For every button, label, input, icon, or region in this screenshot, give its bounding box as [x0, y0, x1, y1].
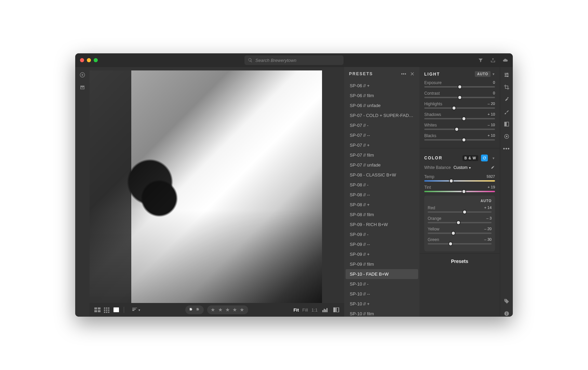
cloud-sync-icon[interactable] — [503, 57, 508, 63]
crop-icon[interactable] — [504, 84, 510, 90]
flag-pill[interactable] — [185, 305, 204, 314]
search-input[interactable]: Search Brewerytown — [244, 55, 344, 65]
grid-view-small-button[interactable] — [104, 307, 110, 312]
share-icon[interactable] — [490, 57, 496, 63]
linear-gradient-icon[interactable] — [504, 121, 510, 127]
preset-item[interactable]: SP-07 // -- — [346, 130, 418, 140]
preset-item[interactable]: SP-10 // film — [346, 309, 418, 317]
zoom-fit-button[interactable]: Fit — [293, 307, 299, 313]
info-icon[interactable] — [504, 310, 510, 317]
divider — [419, 148, 500, 148]
svg-point-10 — [507, 73, 508, 74]
archive-icon[interactable] — [79, 84, 85, 90]
eyedropper-icon[interactable] — [490, 165, 495, 170]
close-window-button[interactable] — [80, 58, 84, 62]
sort-menu[interactable]: ▾ — [132, 308, 140, 312]
preset-item[interactable]: SP-08 // film — [346, 210, 418, 220]
light-slider[interactable]: Shadows+ 10 — [424, 112, 495, 119]
svg-point-17 — [506, 136, 507, 137]
preset-item[interactable]: SP-10 // -- — [346, 289, 418, 299]
zoom-1to1-button[interactable]: 1:1 — [311, 307, 318, 313]
grid-view-large-button[interactable] — [94, 307, 101, 312]
preset-item[interactable]: SP-08 // + — [346, 200, 418, 210]
radial-gradient-icon[interactable] — [504, 133, 510, 140]
image-canvas[interactable] — [90, 67, 344, 303]
mix-slider[interactable]: Orange– 3 — [428, 216, 492, 223]
presets-button[interactable]: Presets — [419, 253, 500, 269]
presets-title: PRESETS — [349, 71, 373, 76]
close-icon[interactable] — [410, 71, 415, 76]
canvas-area: ▾ ★ ★ ★ ★ ★ Fit Fill 1:1 — [90, 67, 344, 317]
preset-item[interactable]: SP-09 - RICH B+W — [346, 220, 418, 229]
preset-item[interactable]: SP-09 // + — [346, 249, 418, 259]
search-placeholder: Search Brewerytown — [255, 58, 296, 63]
zoom-fill-button[interactable]: Fill — [302, 307, 308, 313]
healing-brush-icon[interactable] — [504, 96, 510, 103]
light-slider[interactable]: Blacks+ 10 — [424, 133, 495, 141]
preset-item[interactable]: SP-07 // + — [346, 140, 418, 150]
svg-rect-13 — [507, 97, 508, 98]
preset-item[interactable]: SP-08 // -- — [346, 190, 418, 200]
svg-rect-15 — [505, 122, 507, 126]
main-body: ▾ ★ ★ ★ ★ ★ Fit Fill 1:1 — [75, 67, 513, 317]
compare-view-icon[interactable] — [333, 307, 339, 312]
light-slider[interactable]: Contrast0 — [424, 91, 495, 98]
light-auto-button[interactable]: AUTO — [475, 71, 491, 77]
light-header[interactable]: LIGHT AUTO ▾ — [424, 71, 495, 77]
chevron-down-icon: ▾ — [493, 72, 495, 76]
temp-slider[interactable]: Temp5927 — [424, 174, 495, 182]
chevron-down-icon: ▾ — [469, 166, 471, 170]
add-photos-icon[interactable] — [79, 72, 85, 78]
wb-select[interactable]: Custom ▾ — [453, 165, 470, 170]
preset-item[interactable]: SP-07 // film — [346, 150, 418, 160]
star-rating[interactable]: ★ ★ ★ ★ ★ — [207, 305, 248, 314]
filter-icon[interactable] — [478, 57, 483, 63]
preset-item[interactable]: SP-10 // - — [346, 279, 418, 289]
profile-reset-button[interactable] — [481, 155, 488, 161]
light-slider[interactable]: Highlights– 20 — [424, 102, 495, 109]
sort-icon — [132, 308, 137, 312]
mix-slider[interactable]: Red+ 14 — [428, 206, 492, 213]
svg-rect-20 — [506, 313, 507, 315]
preset-item[interactable]: SP-09 // - — [346, 229, 418, 239]
preset-item[interactable]: SP-06 // film — [346, 91, 418, 101]
preset-item[interactable]: SP-10 // + — [346, 299, 418, 309]
wb-label: White Balance — [424, 165, 451, 170]
preset-item[interactable]: SP-09 // -- — [346, 239, 418, 249]
tag-icon[interactable] — [504, 298, 510, 304]
tint-slider[interactable]: Tint+ 19 — [424, 185, 495, 192]
single-view-button[interactable] — [113, 307, 119, 312]
preset-item[interactable]: SP-09 // film — [346, 259, 418, 269]
svg-rect-7 — [326, 308, 328, 312]
chevron-down-icon: ▾ — [493, 156, 495, 160]
svg-rect-4 — [322, 310, 323, 312]
bw-toggle[interactable]: B & W — [463, 155, 478, 161]
mix-slider[interactable]: Yellow– 20 — [428, 227, 492, 234]
preset-item[interactable]: SP-06 // + — [346, 81, 418, 91]
zoom-window-button[interactable] — [94, 58, 98, 62]
preset-item[interactable]: SP-08 // - — [346, 180, 418, 190]
presets-more-icon[interactable]: ••• — [401, 71, 406, 76]
preset-item[interactable]: SP-07 // unfade — [346, 160, 418, 170]
color-header[interactable]: COLOR B & W ▾ — [424, 155, 495, 161]
preset-item[interactable]: SP-07 - COLD + SUPER-FADED — [346, 110, 418, 120]
mix-auto-button[interactable]: AUTO — [428, 199, 492, 203]
light-slider[interactable]: Exposure0 — [424, 80, 495, 88]
adjust-sliders-icon[interactable] — [504, 72, 510, 78]
view-mode-group: ▾ — [94, 307, 140, 313]
preset-item[interactable]: SP-08 - CLASSIC B+W — [346, 170, 418, 180]
light-slider[interactable]: Whites– 10 — [424, 123, 495, 130]
color-section: COLOR B & W ▾ White Balance Custom ▾ Tem… — [419, 150, 500, 253]
preset-list[interactable]: SP-06 // +SP-06 // filmSP-06 // unfadeSP… — [344, 81, 419, 317]
titlebar: Search Brewerytown — [75, 53, 513, 67]
brush-icon[interactable] — [504, 109, 510, 115]
presets-header: PRESETS ••• — [344, 67, 419, 81]
rating-group: ★ ★ ★ ★ ★ — [145, 305, 289, 314]
preset-item[interactable]: SP-06 // unfade — [346, 101, 418, 110]
preset-item[interactable]: SP-10 - FADE B+W — [346, 269, 418, 279]
histogram-toggle-icon[interactable] — [322, 307, 329, 312]
mix-slider[interactable]: Green– 30 — [428, 237, 492, 245]
minimize-window-button[interactable] — [87, 58, 91, 62]
more-tools-icon[interactable]: ••• — [503, 146, 510, 152]
preset-item[interactable]: SP-07 // - — [346, 120, 418, 130]
